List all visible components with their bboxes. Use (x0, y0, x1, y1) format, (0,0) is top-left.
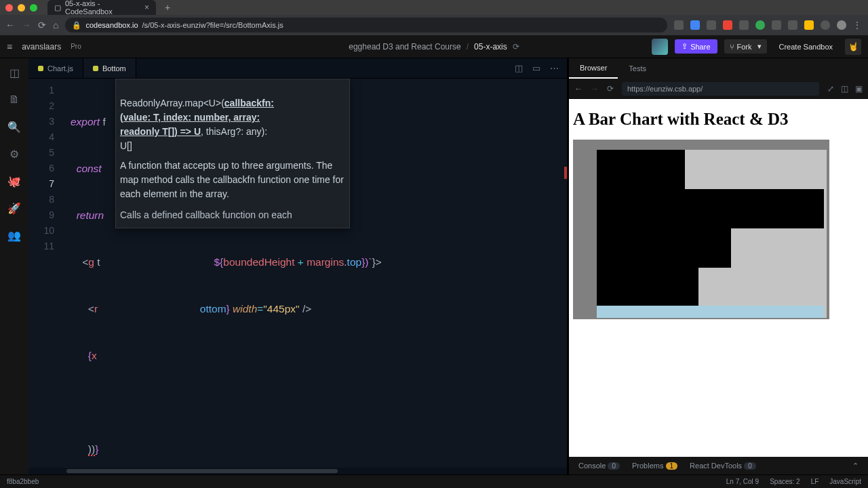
preview-frame: A Bar Chart with React & D3 (569, 99, 868, 457)
breadcrumb-sep: / (467, 42, 469, 52)
horizontal-scrollbar[interactable] (28, 468, 567, 474)
owner-name[interactable]: avanslaars (22, 42, 61, 52)
main-area: ◫ 🗎 🔍 ⚙ 🐙 🚀 👥 Chart.js Bottom ◫ ▭ ⋯ (0, 58, 868, 474)
panel-toggle-icon[interactable]: ⌃ (852, 462, 859, 470)
url-path: /s/05-x-axis-eunziw?file=/src/BottomAxis… (142, 21, 283, 29)
react-devtools-tab[interactable]: React DevTools 0 (690, 462, 756, 470)
svg-rect-4 (597, 228, 731, 268)
file-tabs: Chart.js Bottom ◫ ▭ ⋯ (28, 58, 567, 79)
fork-button[interactable]: ⑂ Fork ▾ (724, 39, 767, 54)
chevron-down-icon[interactable]: ▾ (757, 42, 762, 51)
share-button[interactable]: ⇪ Share (675, 39, 717, 54)
macos-titlebar: ▢ 05-x-axis - CodeSandbox × + (0, 0, 868, 15)
console-tab[interactable]: Console 0 (578, 462, 620, 470)
fork-icon: ⑂ (730, 43, 734, 51)
split-editor-icon[interactable]: ◫ (515, 63, 523, 73)
url-host: codesandbox.io (85, 21, 138, 29)
preview-pane: Browser Tests ← → ⟳ https://eunziw.csb.a… (567, 58, 868, 474)
ext-icon[interactable] (837, 20, 846, 30)
browser-tab[interactable]: ▢ 05-x-axis - CodeSandbox × (47, 0, 156, 15)
preview-toolbar: ← → ⟳ https://eunziw.csb.app/ ⤢ ◫ ▣ (569, 79, 868, 99)
chrome-menu-icon[interactable]: ⋮ (853, 20, 863, 30)
window-close[interactable] (5, 4, 13, 12)
preview-newwindow-icon[interactable]: ◫ (841, 84, 848, 94)
preview-bottom-panel: Console 0 Problems 1 React DevTools 0 ⌃ (569, 457, 868, 474)
ext-icon[interactable] (707, 20, 716, 30)
reload-icon[interactable]: ⟳ (38, 20, 46, 30)
ext-icon[interactable] (804, 20, 814, 30)
tooltip-doc: A function that accepts up to three argu… (120, 159, 345, 222)
tab-browser[interactable]: Browser (569, 58, 618, 79)
deploy-icon[interactable]: 🚀 (8, 202, 20, 214)
like-button[interactable]: 🤘 (845, 39, 861, 55)
ext-icon[interactable] (674, 20, 684, 30)
share-label: Share (690, 43, 710, 51)
tab-title: 05-x-axis - CodeSandbox (65, 0, 140, 16)
sandbox-icon[interactable]: ◫ (8, 66, 20, 79)
menu-icon[interactable]: ≡ (7, 41, 12, 52)
home-icon[interactable]: ⌂ (53, 20, 58, 30)
file-tab-bottomaxis[interactable]: Bottom (83, 58, 136, 78)
more-icon[interactable]: ⋯ (550, 63, 559, 73)
status-bar: f8ba2bbeb Ln 7, Col 9 Spaces: 2 LF JavaS… (0, 474, 868, 488)
svg-rect-5 (597, 268, 698, 306)
back-icon[interactable]: ← (5, 20, 15, 30)
explorer-icon[interactable]: 🗎 (8, 94, 20, 106)
status-cursor[interactable]: Ln 7, Col 9 (726, 478, 759, 485)
sync-icon[interactable]: ⟳ (513, 42, 519, 52)
browser-toolbar: ← → ⟳ ⌂ 🔒 codesandbox.io/s/05-x-axis-eun… (0, 15, 868, 35)
svg-rect-3 (597, 189, 824, 228)
breadcrumb-parent[interactable]: egghead D3 and React Course (349, 42, 460, 52)
status-commit[interactable]: f8ba2bbeb (7, 478, 39, 485)
owner-badge: Pro (71, 43, 81, 50)
status-language[interactable]: JavaScript (829, 478, 861, 485)
tab-favicon: ▢ (54, 3, 61, 12)
svg-rect-6 (597, 306, 824, 318)
preview-popout-icon[interactable]: ▣ (855, 84, 863, 94)
address-bar[interactable]: 🔒 codesandbox.io/s/05-x-axis-eunziw?file… (65, 18, 667, 33)
github-icon[interactable]: 🐙 (8, 175, 20, 187)
preview-expand-icon[interactable]: ⤢ (827, 84, 834, 94)
status-eol[interactable]: LF (811, 478, 819, 485)
file-tab-chart[interactable]: Chart.js (28, 58, 83, 78)
new-tab-button[interactable]: + (165, 2, 170, 13)
preview-url[interactable]: https://eunziw.csb.app/ (622, 82, 819, 96)
extension-icons: ⋮ (674, 20, 863, 30)
window-zoom[interactable] (30, 4, 37, 12)
preview-forward-icon[interactable]: → (591, 84, 599, 94)
window-minimize[interactable] (18, 4, 25, 12)
bar-chart (573, 140, 829, 319)
activity-bar: ◫ 🗎 🔍 ⚙ 🐙 🚀 👥 (0, 58, 28, 474)
layout-icon[interactable]: ▭ (532, 63, 540, 73)
preview-tabs: Browser Tests (569, 58, 868, 79)
fork-label: Fork (737, 43, 752, 51)
code-editor[interactable]: 1234567891011 export f const props retur… (28, 79, 567, 468)
preview-back-icon[interactable]: ← (574, 84, 583, 94)
live-icon[interactable]: 👥 (8, 229, 20, 241)
signature-tooltip: ReadonlyArray.map<U>(callbackfn: (value:… (115, 79, 350, 228)
problems-tab[interactable]: Problems 1 (632, 462, 677, 470)
status-spaces[interactable]: Spaces: 2 (770, 478, 800, 485)
create-sandbox-button[interactable]: Create Sandbox (774, 40, 839, 54)
tab-close-icon[interactable]: × (144, 3, 149, 12)
ext-icon[interactable] (739, 20, 749, 30)
file-tab-label: Chart.js (47, 64, 73, 73)
ext-icon[interactable] (690, 20, 700, 30)
ext-icon[interactable] (723, 20, 732, 30)
js-file-icon (38, 66, 43, 71)
ext-icon[interactable] (788, 20, 797, 30)
chart-title: A Bar Chart with React & D3 (573, 110, 864, 129)
editor-pane: Chart.js Bottom ◫ ▭ ⋯ 1234567891011 expo… (28, 58, 567, 474)
tooltip-text: ReadonlyArray.map<U>( (120, 98, 224, 108)
breadcrumb-current[interactable]: 05-x-axis (474, 42, 507, 52)
forward-icon[interactable]: → (22, 20, 31, 30)
settings-icon[interactable]: ⚙ (8, 148, 20, 160)
tab-tests[interactable]: Tests (618, 58, 657, 79)
ext-icon[interactable] (772, 20, 781, 30)
avatar[interactable] (652, 39, 668, 55)
ext-icon[interactable] (821, 20, 830, 30)
search-icon[interactable]: 🔍 (8, 121, 20, 133)
preview-reload-icon[interactable]: ⟳ (607, 84, 614, 94)
ext-icon[interactable] (755, 20, 765, 30)
svg-rect-2 (597, 150, 685, 189)
